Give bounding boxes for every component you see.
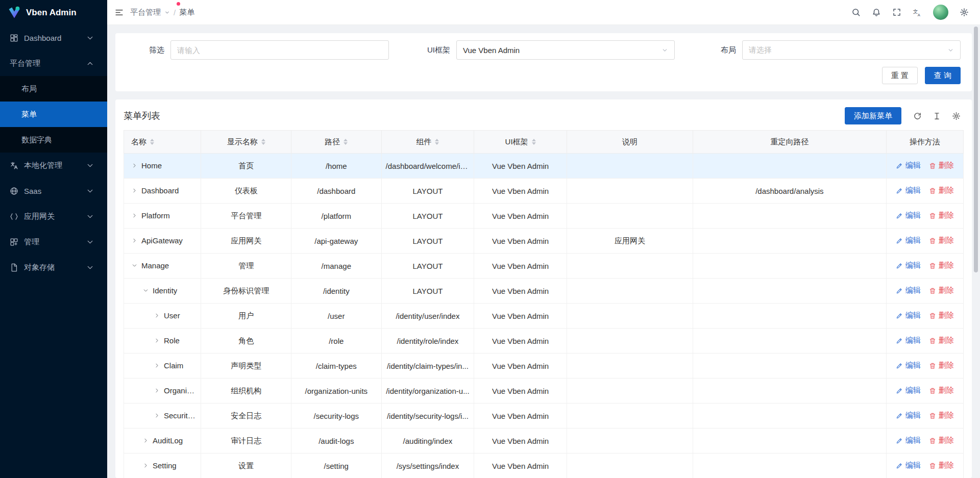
sort-icon[interactable]	[435, 139, 439, 145]
scrollbar[interactable]	[974, 27, 978, 272]
cell-component: /identity/organization-u...	[381, 379, 474, 404]
fullscreen-icon[interactable]	[888, 4, 905, 21]
add-menu-button[interactable]: 添加新菜单	[845, 107, 901, 124]
cell-display_name: 平台管理	[201, 204, 291, 229]
expand-toggle-icon[interactable]	[154, 337, 160, 344]
delete-button[interactable]: 删除	[929, 411, 954, 420]
sidebar-submenu: 布局菜单数据字典	[0, 76, 107, 153]
edit-label: 编辑	[905, 311, 921, 320]
delete-button[interactable]: 删除	[929, 286, 954, 295]
edit-button[interactable]: 编辑	[896, 261, 921, 270]
column-header-display_name[interactable]: 显示名称	[201, 131, 291, 154]
avatar[interactable]	[933, 5, 948, 20]
edit-button[interactable]: 编辑	[896, 386, 921, 395]
edit-button[interactable]: 编辑	[896, 336, 921, 345]
delete-button[interactable]: 删除	[929, 261, 954, 270]
app-logo[interactable]: Vben Admin	[0, 0, 107, 25]
edit-button[interactable]: 编辑	[896, 211, 921, 220]
sidebar-item-layout[interactable]: 布局	[0, 76, 107, 102]
column-label: 路径	[325, 137, 340, 147]
cell-redirect	[693, 454, 886, 478]
delete-button[interactable]: 删除	[929, 236, 954, 245]
expand-toggle-icon[interactable]	[131, 187, 138, 194]
column-header-component[interactable]: 组件	[381, 131, 474, 154]
sidebar-item-platform[interactable]: 平台管理	[0, 51, 107, 76]
delete-button[interactable]: 删除	[929, 211, 954, 220]
cell-description	[567, 254, 693, 279]
expand-toggle-icon[interactable]	[131, 262, 138, 269]
breadcrumb-root[interactable]: 平台管理	[130, 8, 161, 17]
delete-button[interactable]: 删除	[929, 436, 954, 445]
delete-icon	[929, 262, 936, 269]
expand-toggle-icon[interactable]	[142, 437, 149, 444]
sidebar-item-storage[interactable]: 对象存储	[0, 255, 107, 280]
cell-component: /identity/role/index	[381, 329, 474, 354]
expand-toggle-icon[interactable]	[154, 387, 160, 394]
sort-icon[interactable]	[532, 139, 536, 145]
column-settings-icon[interactable]	[948, 108, 964, 123]
delete-button[interactable]: 删除	[929, 161, 954, 170]
edit-button[interactable]: 编辑	[896, 236, 921, 245]
expand-toggle-icon[interactable]	[142, 462, 149, 469]
expand-toggle-icon[interactable]	[154, 362, 160, 369]
cell-path: /role	[291, 329, 381, 354]
delete-button[interactable]: 删除	[929, 386, 954, 395]
delete-button[interactable]: 删除	[929, 186, 954, 195]
reset-button[interactable]: 重 置	[882, 67, 918, 84]
edit-button[interactable]: 编辑	[896, 161, 921, 170]
edit-icon	[896, 212, 903, 219]
edit-label: 编辑	[905, 161, 921, 170]
expand-toggle-icon[interactable]	[131, 237, 138, 244]
sidebar-item-dictionary[interactable]: 数据字典	[0, 127, 107, 153]
edit-button[interactable]: 编辑	[896, 361, 921, 370]
sidebar-item-saas[interactable]: Saas	[0, 178, 107, 204]
delete-label: 删除	[939, 436, 954, 445]
settings-gear-icon[interactable]	[955, 4, 973, 21]
sort-icon[interactable]	[261, 139, 265, 145]
edit-button[interactable]: 编辑	[896, 186, 921, 195]
column-header-path[interactable]: 路径	[291, 131, 381, 154]
framework-select[interactable]: Vue Vben Admin	[456, 40, 675, 60]
edit-button[interactable]: 编辑	[896, 461, 921, 470]
search-icon[interactable]	[847, 4, 865, 21]
delete-button[interactable]: 删除	[929, 336, 954, 345]
sidebar-item-gateway[interactable]: 应用网关	[0, 204, 107, 229]
expand-toggle-icon[interactable]	[154, 412, 160, 419]
notification-bell-icon[interactable]	[868, 4, 885, 21]
cell-display_name: 角色	[201, 329, 291, 354]
expand-toggle-icon[interactable]	[142, 287, 149, 294]
sort-icon[interactable]	[150, 139, 154, 145]
expand-toggle-icon[interactable]	[154, 312, 160, 319]
expand-toggle-icon[interactable]	[131, 212, 138, 219]
delete-button[interactable]: 删除	[929, 361, 954, 370]
sidebar-item-dashboard[interactable]: Dashboard	[0, 25, 107, 51]
refresh-icon[interactable]	[910, 108, 925, 123]
edit-button[interactable]: 编辑	[896, 286, 921, 295]
query-button[interactable]: 查 询	[925, 67, 961, 84]
table-row: ApiGateway应用网关/api-gatewayLAYOUTVue Vben…	[124, 229, 964, 254]
row-height-icon[interactable]	[929, 108, 944, 123]
cell-redirect	[693, 329, 886, 354]
sidebar-item-menu[interactable]: 菜单	[0, 102, 107, 127]
sidebar-item-localization[interactable]: 本地化管理	[0, 153, 107, 178]
delete-button[interactable]: 删除	[929, 461, 954, 470]
column-label: 重定向路径	[770, 137, 808, 147]
edit-button[interactable]: 编辑	[896, 311, 921, 320]
column-header-name[interactable]: 名称	[124, 131, 201, 154]
expand-toggle-icon[interactable]	[131, 162, 138, 169]
filter-input[interactable]	[170, 40, 389, 60]
edit-button[interactable]: 编辑	[896, 436, 921, 445]
menu-fold-icon[interactable]	[114, 8, 124, 17]
menu-name: Role	[164, 336, 180, 345]
edit-button[interactable]: 编辑	[896, 411, 921, 420]
layout-select[interactable]: 请选择	[742, 40, 961, 60]
sort-icon[interactable]	[344, 139, 348, 145]
sidebar-item-manage[interactable]: 管理	[0, 229, 107, 255]
delete-button[interactable]: 删除	[929, 311, 954, 320]
column-header-framework[interactable]: UI框架	[474, 131, 567, 154]
delete-icon	[929, 312, 936, 319]
edit-icon	[896, 187, 903, 194]
column-label: 显示名称	[227, 137, 258, 147]
breadcrumb-current[interactable]: 菜单	[179, 8, 194, 17]
language-icon[interactable]: 文A	[909, 4, 926, 21]
